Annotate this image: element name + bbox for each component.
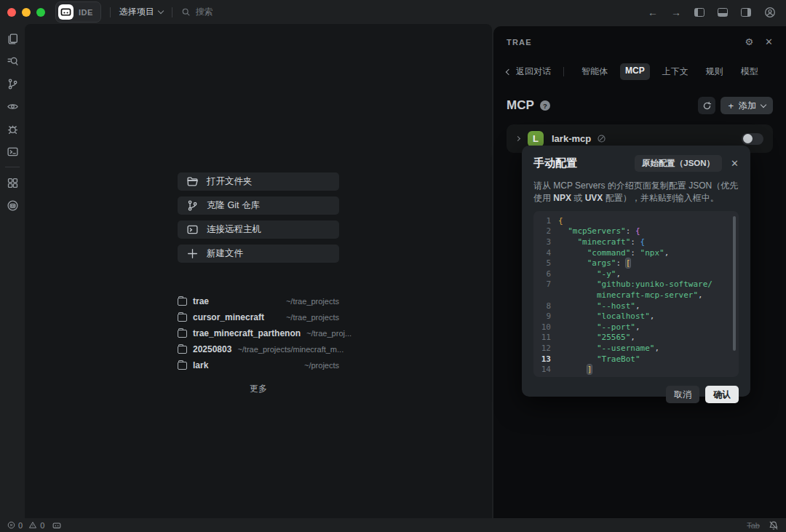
activity-item-extensions[interactable]	[2, 172, 23, 193]
project-path: ~/trae_projects	[286, 297, 339, 306]
activity-bar	[0, 24, 25, 518]
project-path: ~/trae_proj...	[306, 329, 352, 338]
tab-completion-hint: Tab	[747, 521, 760, 530]
code-line: 10 "--port",	[533, 322, 739, 333]
line-number: 11	[533, 333, 551, 342]
error-count: 0	[18, 521, 23, 530]
modal-close-icon[interactable]: ✕	[731, 158, 739, 169]
maximize-window-button[interactable]	[36, 8, 45, 17]
expand-chevron-icon[interactable]	[515, 136, 520, 141]
tab-模型[interactable]: 模型	[736, 63, 763, 80]
project-selector-label: 选择项目	[119, 6, 154, 18]
server-name: lark-mcp	[552, 133, 591, 144]
app-logo-icon	[58, 4, 74, 20]
manual-config-modal: 手动配置 原始配置（JSON） ✕ 请从 MCP Servers 的介绍页面复制…	[522, 146, 750, 397]
account-icon[interactable]	[764, 7, 776, 18]
code-line: 3 "minecraft": {	[533, 237, 739, 247]
settings-gear-icon[interactable]: ⚙	[745, 36, 753, 47]
app-badge[interactable]: IDE	[55, 1, 101, 23]
welcome-action-button[interactable]: 打开文件夹	[178, 172, 339, 191]
nav-back-icon[interactable]: ←	[648, 7, 658, 18]
disabled-icon	[597, 134, 606, 143]
activity-item-remote-terminal[interactable]	[2, 141, 23, 162]
remote-host-icon	[186, 223, 199, 236]
project-path: ~/trae_projects	[286, 313, 339, 322]
recent-project-row[interactable]: cursor_minecraft~/trae_projects	[178, 309, 339, 325]
toggle-right-sidebar-icon[interactable]	[741, 8, 751, 17]
tab-规则[interactable]: 规则	[701, 63, 729, 80]
plus-icon: +	[728, 100, 734, 111]
close-window-button[interactable]	[7, 8, 16, 17]
confirm-button[interactable]: 确认	[705, 386, 739, 403]
welcome-action-button[interactable]: 连接远程主机	[178, 221, 339, 239]
toggle-bottom-panel-icon[interactable]	[718, 8, 728, 17]
warning-count: 0	[40, 521, 44, 530]
recent-project-row[interactable]: trae~/trae_projects	[178, 293, 339, 309]
folder-icon	[178, 346, 187, 354]
refresh-button[interactable]	[698, 97, 715, 114]
project-name: cursor_minecraft	[193, 312, 264, 322]
global-search[interactable]: 搜索	[181, 6, 213, 18]
activity-item-debug[interactable]	[2, 119, 23, 139]
git-branch-icon	[186, 199, 199, 212]
project-selector[interactable]: 选择项目	[119, 6, 163, 18]
welcome-action-label: 新建文件	[207, 247, 243, 260]
activity-item-preview[interactable]	[2, 96, 23, 116]
welcome-action-button[interactable]: 新建文件	[178, 245, 339, 263]
panel-close-icon[interactable]: ✕	[765, 36, 773, 47]
code-line: 9 "localhost",	[533, 311, 739, 322]
titlebar-divider-2	[172, 7, 172, 17]
folder-icon	[178, 314, 187, 322]
line-number: 4	[533, 248, 551, 258]
cancel-button[interactable]: 取消	[666, 386, 699, 403]
code-line: 1{	[533, 215, 739, 226]
recent-project-row[interactable]: lark~/projects	[178, 357, 339, 373]
line-number: 13	[533, 354, 551, 364]
back-to-chat-link[interactable]: 返回对话	[507, 65, 551, 78]
chevron-left-icon	[506, 68, 512, 74]
toggle-left-sidebar-icon[interactable]	[694, 8, 704, 17]
code-line: minecraft-mcp-server",	[533, 290, 739, 301]
help-icon[interactable]: ?	[540, 100, 550, 111]
ide-status-icon[interactable]	[52, 521, 62, 530]
raw-config-json-button[interactable]: 原始配置（JSON）	[635, 155, 722, 172]
notifications-muted-icon[interactable]	[769, 520, 779, 531]
activity-item-source-control[interactable]	[2, 74, 23, 94]
more-link[interactable]: 更多	[178, 383, 339, 395]
panel-tabs: 智能体MCP上下文规则模型	[576, 63, 763, 80]
recent-project-row[interactable]: trae_minecraft_parthenon~/trae_proj...	[178, 325, 339, 341]
open-folder-icon	[186, 175, 199, 188]
line-number: 15	[533, 376, 551, 377]
code-line: 12 "--username",	[533, 343, 739, 354]
minimize-window-button[interactable]	[22, 8, 31, 17]
nav-forward-icon[interactable]: →	[671, 7, 681, 18]
editor-scrollbar[interactable]	[733, 216, 736, 351]
tab-智能体[interactable]: 智能体	[576, 63, 613, 80]
line-number: 1	[533, 216, 551, 226]
line-number: 10	[533, 322, 551, 332]
problems-indicator[interactable]: 0 0	[7, 521, 44, 530]
activity-divider	[5, 167, 20, 167]
activity-item-assistant[interactable]	[2, 195, 23, 215]
remote-terminal-icon	[7, 146, 19, 158]
welcome-action-label: 克隆 Git 仓库	[207, 199, 260, 212]
add-mcp-button[interactable]: + 添加	[720, 97, 773, 114]
code-line: 11 "25565",	[533, 333, 739, 344]
recent-project-row[interactable]: 20250803~/trae_projects/minecraft_m...	[178, 341, 339, 357]
tab-上下文[interactable]: 上下文	[657, 63, 694, 80]
code-line: 2 "mcpServers": {	[533, 226, 739, 237]
modal-title: 手动配置	[533, 156, 577, 170]
line-number: 9	[533, 311, 551, 321]
welcome-actions: 打开文件夹克隆 Git 仓库连接远程主机新建文件	[178, 172, 339, 263]
code-line: 13 "TraeBot"	[533, 354, 739, 365]
server-enable-toggle[interactable]	[742, 133, 763, 145]
tab-MCP[interactable]: MCP	[620, 63, 650, 80]
json-config-editor[interactable]: 1{2 "mcpServers": {3 "minecraft": {4 "co…	[533, 211, 739, 377]
welcome-action-button[interactable]: 克隆 Git 仓库	[178, 196, 339, 215]
activity-item-search[interactable]	[2, 51, 23, 71]
activity-item-files[interactable]	[2, 28, 23, 49]
folder-icon	[178, 298, 187, 306]
search-icon	[181, 7, 191, 17]
code-line: 15 },	[533, 375, 739, 377]
assistant-icon	[7, 199, 19, 212]
